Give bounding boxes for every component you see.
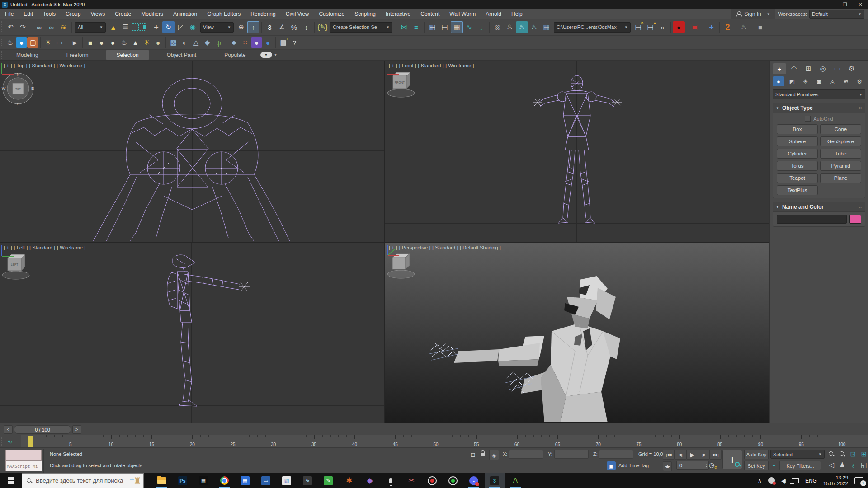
selection-lock-icon[interactable] [478,449,487,458]
tab-hierarchy[interactable]: ⊞ [802,63,815,74]
select-and-manipulate-icon[interactable]: ↑ [247,21,259,33]
particle-grid-icon[interactable]: ▩ [168,37,179,48]
viewcube-compass[interactable]: TOP N E S W [0,70,36,107]
ribbon-tab-freeform[interactable]: Freeform [57,50,99,60]
viewport-label-front[interactable]: [ + ][ Front ][ Standard ][ Wireframe ] [389,63,474,68]
key-mode-toggle[interactable]: ◀▶ [663,461,672,471]
redo-icon[interactable]: ↷ [17,21,29,33]
align-icon[interactable]: ≡ [410,21,422,33]
menu-customize[interactable]: Customize [314,9,350,19]
orbit-icon[interactable]: ♁ [848,460,858,469]
app-screen-recorder[interactable]: ✂ [401,473,421,488]
object-color-swatch[interactable] [849,215,861,224]
keyable-icon[interactable]: ⌁ [769,460,778,469]
current-frame-field[interactable]: 0 ▲▼ [676,461,709,470]
menu-civil-view[interactable]: Civil View [281,9,314,19]
app-paint[interactable]: ✱ [339,473,359,488]
maxscript-listener-pink[interactable] [5,450,42,460]
go-to-end-button[interactable]: ▶▶| [710,450,722,460]
rendered-frame-window-icon[interactable]: ♨ [516,21,528,33]
primitive-button-cone[interactable]: Cone [820,124,861,134]
menu-tools[interactable]: Tools [38,9,61,19]
frame-next-button[interactable]: > [72,425,81,434]
object-type-rollout-header[interactable]: ▼ Object Type ∷ [773,103,865,113]
viewport-perspective[interactable]: [ + ][ Perspective ][ Standard ][ Defaul… [385,243,769,423]
ribbon-tab-modeling[interactable]: Modeling [6,50,48,60]
start-button[interactable] [0,473,22,488]
key-filters-button[interactable]: Key Filters... [779,461,821,470]
glow-sphere-icon[interactable]: ● [107,37,118,48]
tray-clock[interactable]: 13:29 15.07.2022 [823,475,848,487]
menu-wall-worm[interactable]: Wall Worm [444,9,481,19]
curve-editor-icon[interactable]: ∿ [463,21,475,33]
autogrid-checkbox[interactable] [805,116,811,122]
viewport-top[interactable]: [ + ][ Top ][ Standard ][ Wireframe ] [0,61,384,242]
unlink-selection-icon[interactable]: ∞ [45,21,57,33]
schematic-view-icon[interactable]: ↓ [475,21,487,33]
volume-icon[interactable]: ◀) [781,478,785,484]
big-sphere-icon[interactable]: ● [228,37,240,48]
render-gallery-icon[interactable]: ▦ [540,21,552,33]
add-time-tag[interactable]: Add Time Tag [618,463,649,468]
egg-shape-icon[interactable]: ● [152,37,164,48]
tray-chevron-icon[interactable]: ∧ [758,478,762,484]
ribbon-overflow-button[interactable]: ▼ [260,52,272,58]
primitive-button-plane[interactable]: Plane [820,173,861,183]
light-lister-icon[interactable]: ☀ [42,37,54,48]
angle-snap-icon[interactable]: ∠~ [276,21,288,33]
layer-explorer-icon[interactable]: ▤ [439,21,451,33]
primitive-button-pyramid[interactable]: Pyramid [820,161,861,171]
select-and-link-icon[interactable]: ∞ [33,21,45,33]
selection-filter-dropdown[interactable]: All▼ [75,22,106,33]
mini-curve-editor-button[interactable]: ∿ [0,435,20,448]
window-crossing-icon[interactable] [139,23,146,31]
menu-content[interactable]: Content [415,9,444,19]
select-and-place-icon[interactable]: ◉ [187,21,199,33]
category-geometry[interactable]: ● [773,76,784,86]
film-camera-icon[interactable]: ► [69,37,80,48]
menu-views[interactable]: Views [85,9,110,19]
field-of-view-icon[interactable]: ◁ [826,460,836,469]
select-and-move-icon[interactable]: + [150,21,162,33]
notification-center-icon[interactable]: 1 [854,477,863,484]
zoom-all-icon[interactable] [837,450,847,459]
sign-in-button[interactable]: Sign In ▼ [731,9,774,19]
zoom-extents-icon[interactable]: ⊡ [848,450,858,459]
render-window-icon[interactable]: ▢ [27,37,38,48]
teapot-tool-icon[interactable]: ♨ [738,21,750,33]
toolbar-overflow-icon[interactable]: » [656,21,669,33]
select-and-scale-icon[interactable]: ◸ [175,21,187,33]
time-configuration-icon[interactable]: ◷⚙ [709,461,714,469]
camera-lister-icon[interactable]: ▭ [54,37,65,48]
zoom-extents-all-icon[interactable]: ⊞ [859,450,868,459]
box-primitive-icon[interactable]: ■ [85,37,96,48]
spinner-snap-icon[interactable]: ↕~ [300,21,312,33]
app-discord[interactable]: ⌣ [464,473,484,488]
wireframe-cube-icon[interactable]: ▣ [689,21,701,33]
menu-scripting[interactable]: Scripting [349,9,381,19]
go-to-start-button[interactable]: |◀◀ [663,450,675,460]
scene-folder-icon[interactable]: ▤■ [644,21,656,33]
menu-help[interactable]: Help [506,9,528,19]
viewport-label-left[interactable]: [ + ][ Left ][ Standard ][ Wireframe ] [4,245,85,250]
viewport-label-perspective[interactable]: [ + ][ Perspective ][ Standard ][ Defaul… [389,245,501,250]
snaps-toggle-icon[interactable]: 3~ [264,21,276,33]
set-keys-button[interactable]: + [722,450,742,469]
tab-motion[interactable]: ◎ [816,63,830,74]
menu-group[interactable]: Group [61,9,85,19]
primitive-button-box[interactable]: Box [777,124,818,134]
set-key-button[interactable]: Set Key [744,461,769,470]
menu-graph-editors[interactable]: Graph Editors [202,9,245,19]
cube-tool-icon[interactable]: ■ [754,21,766,33]
dashed-sphere-icon[interactable]: ● [262,37,274,48]
network-icon[interactable] [792,478,799,483]
percent-snap-icon[interactable]: %~ [288,21,300,33]
x-field[interactable] [509,450,543,459]
ribbon-tab-selection[interactable]: Selection [106,50,148,60]
next-frame-button[interactable]: ||▶ [698,450,710,460]
menu-arnold[interactable]: Arnold [481,9,506,19]
menu-create[interactable]: Create [110,9,136,19]
ribbon-tab-object-paint[interactable]: Object Paint [157,50,206,60]
ribbon-tab-populate[interactable]: Populate [214,50,255,60]
undo-icon[interactable]: ↶ [5,21,17,33]
